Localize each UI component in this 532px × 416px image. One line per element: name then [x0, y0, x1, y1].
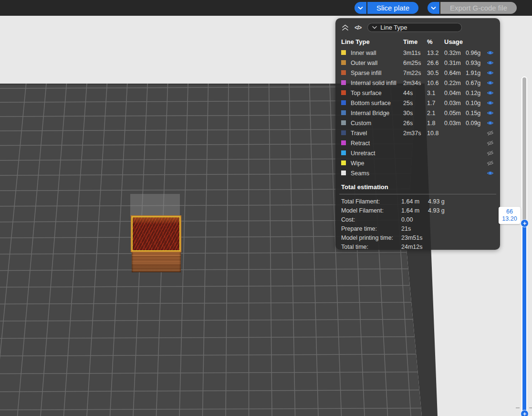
totals-label: Total Filament:: [341, 198, 401, 205]
line-type-row: Sparse infill7m22s30.50.64m1.91g: [335, 68, 500, 78]
line-type-label: Unretract: [351, 150, 403, 157]
totals-rows: Total Filament:1.64 m4.93 gModel Filamen…: [335, 197, 500, 251]
export-gcode-label: Export G-code file: [450, 4, 507, 12]
eye-visible-icon: [487, 69, 494, 76]
totals-value-1: 0.00: [401, 216, 428, 223]
line-type-time: 6m25s: [403, 60, 427, 66]
visibility-toggle[interactable]: [487, 119, 500, 127]
totals-label: Model Filament:: [341, 207, 401, 214]
one-layer-tick: [529, 407, 532, 408]
line-type-label: Custom: [351, 120, 403, 127]
line-type-table-header: Line Type Time % Usage: [335, 34, 500, 48]
line-type-swatch: [341, 60, 346, 65]
plus-icon: +: [523, 220, 527, 226]
totals-value-1: 23m51s: [401, 235, 428, 241]
line-type-swatch: [341, 140, 346, 145]
slice-plate-button[interactable]: Slice plate: [367, 2, 418, 14]
total-estimation-title: Total estimation: [335, 178, 500, 194]
chevron-down-icon: [358, 6, 363, 10]
line-type-row: Top surface44s3.10.04m0.12g: [335, 88, 500, 98]
visibility-toggle[interactable]: [487, 149, 500, 157]
totals-row: Prepare time:21s: [335, 224, 500, 233]
line-type-row: Internal Bridge30s2.10.05m0.15g: [335, 108, 500, 118]
slice-plate-label: Slice plate: [376, 4, 409, 12]
line-type-label: Outer wall: [351, 60, 403, 66]
line-type-pct: 10.6: [427, 80, 444, 86]
line-type-swatch: [341, 80, 346, 85]
visibility-toggle[interactable]: [487, 129, 500, 137]
line-type-row: Custom26s1.80.03m0.09g: [335, 118, 500, 128]
visibility-toggle[interactable]: [487, 170, 500, 177]
totals-value-1: 21s: [401, 225, 428, 232]
model-unprinted-ghost: [130, 194, 180, 216]
visibility-toggle[interactable]: [487, 79, 500, 86]
line-type-pct: 2.1: [427, 110, 444, 117]
line-type-row: Unretract: [335, 148, 500, 158]
line-type-length: 0.04m: [444, 90, 466, 96]
preview-legend-panel: </> Line Type Line Type Time % Usage Inn…: [335, 18, 500, 250]
col-header-line-type: Line Type: [341, 38, 403, 45]
legend-panel-header: </> Line Type: [335, 18, 500, 34]
visibility-toggle[interactable]: [487, 89, 500, 96]
eye-hidden-icon: [487, 160, 494, 167]
visibility-toggle[interactable]: [487, 69, 500, 76]
printed-model-top-face: [131, 215, 181, 252]
visibility-toggle[interactable]: [487, 109, 500, 117]
visibility-toggle[interactable]: [487, 59, 500, 66]
line-type-weight: 0.09g: [466, 120, 487, 127]
export-gcode-button[interactable]: Export G-code file: [440, 2, 517, 14]
line-type-length: 0.32m: [444, 50, 466, 56]
col-header-time: Time: [403, 38, 427, 45]
export-dropdown-button[interactable]: [428, 2, 439, 14]
totals-row: Model Filament:1.64 m4.93 g: [335, 206, 500, 215]
visibility-toggle[interactable]: [487, 139, 500, 147]
slice-dropdown-button[interactable]: [355, 2, 366, 14]
col-header-usage: Usage: [444, 38, 487, 45]
line-type-length: 0.31m: [444, 60, 466, 66]
line-type-swatch: [341, 110, 346, 115]
line-type-label: Top surface: [351, 90, 403, 96]
totals-row: Total time:24m12s: [335, 242, 500, 251]
collapse-panel-button[interactable]: [341, 24, 349, 31]
view-type-dropdown[interactable]: Line Type: [367, 23, 462, 32]
sparse-infill-pattern: [132, 216, 180, 251]
line-type-row: Outer wall6m25s26.60.31m0.93g: [335, 58, 500, 68]
line-type-swatch: [341, 120, 346, 125]
line-type-swatch: [341, 171, 346, 175]
one-layer-tick: [516, 407, 520, 408]
visibility-toggle[interactable]: [487, 49, 500, 56]
layer-slider-upper-range: [522, 77, 526, 222]
double-chevron-up-icon: [341, 24, 349, 31]
totals-value-2: 4.93 g: [428, 198, 494, 205]
line-type-rows: Inner wall3m11s13.20.32m0.96gOuter wall6…: [335, 48, 500, 178]
line-type-row: Inner wall3m11s13.20.32m0.96g: [335, 48, 500, 58]
chevron-down-icon: [372, 26, 377, 29]
line-type-weight: 0.93g: [466, 60, 487, 66]
line-type-length: 0.05m: [444, 110, 466, 117]
line-type-swatch: [341, 50, 346, 55]
totals-value-1: 1.64 m: [401, 198, 428, 205]
col-header-pct: %: [427, 38, 444, 45]
layer-slider-top-handle[interactable]: +: [521, 219, 529, 227]
line-type-row: Internal solid infill2m34s10.60.22m0.67g: [335, 78, 500, 88]
line-type-pct: 13.2: [427, 50, 444, 56]
layer-slider-selected-range: [522, 222, 526, 414]
layer-slider-bottom-handle[interactable]: +: [521, 410, 529, 416]
code-icon: </>: [355, 24, 361, 31]
totals-value-2: 4.93 g: [428, 207, 494, 214]
gcode-viewer-button[interactable]: </>: [355, 24, 361, 31]
line-type-label: Bottom surface: [351, 100, 403, 107]
visibility-toggle[interactable]: [487, 99, 500, 107]
totals-label: Total time:: [341, 244, 401, 250]
line-type-swatch: [341, 160, 346, 165]
line-type-weight: 0.10g: [466, 100, 487, 107]
visibility-toggle[interactable]: [487, 160, 500, 167]
line-type-label: Internal solid infill: [351, 80, 403, 86]
eye-hidden-icon: [487, 139, 494, 147]
totals-label: Cost:: [341, 216, 401, 223]
line-type-time: 3m11s: [403, 50, 427, 56]
eye-visible-icon: [487, 79, 494, 86]
layer-slider-track[interactable]: [522, 76, 527, 415]
line-type-pct: 1.7: [427, 100, 444, 107]
line-type-label: Sparse infill: [351, 70, 403, 76]
